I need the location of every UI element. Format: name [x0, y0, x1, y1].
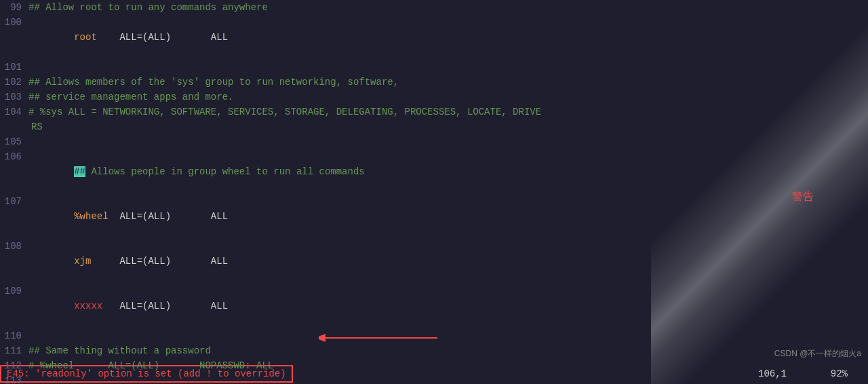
line-105: 105 — [0, 134, 868, 149]
line-102: 102 ## Allows members of the 'sys' group… — [0, 75, 868, 90]
line-108-rest: ALL=(ALL) ALL — [91, 256, 228, 267]
line-content-104: # %sys ALL = NETWORKING, SOFTWARE, SERVI… — [28, 104, 868, 119]
editor: 99 ## Allow root to run any commands any… — [0, 0, 868, 384]
line-107-rest: ALL=(ALL) ALL — [108, 211, 228, 222]
line-100-root: root — [74, 32, 97, 43]
warning-annotation: 警告 — [792, 190, 814, 204]
line-106: 106 ## Allows people in group wheel to r… — [0, 149, 868, 194]
line-content-107: %wheel ALL=(ALL) ALL — [28, 194, 868, 239]
line-number-99: 99 — [0, 0, 28, 15]
line-number-105: 105 — [0, 134, 28, 149]
line-108: 108 xjm ALL=(ALL) ALL — [0, 239, 868, 284]
line-108-xjm: xjm — [74, 256, 91, 267]
line-99: 99 ## Allow root to run any commands any… — [0, 0, 868, 15]
line-number-102: 102 — [0, 75, 28, 90]
line-number-112: 112 — [0, 358, 28, 373]
line-number-103: 103 — [0, 90, 28, 104]
line-number-113: 113 — [0, 373, 28, 384]
line-content-105 — [28, 134, 868, 149]
line-109-xxxxx: xxxxx — [74, 301, 102, 311]
line-number-106: 106 — [0, 149, 28, 164]
line-109-rest: ALL=(ALL) ALL — [102, 301, 228, 311]
line-content-109: xxxxx ALL=(ALL) ALL — [28, 284, 868, 328]
line-content-111: ## Same thing without a password — [28, 343, 868, 358]
arrow-icon — [319, 330, 441, 349]
line-content-99: ## Allow root to run any commands anywhe… — [28, 0, 868, 15]
line-113: 113 — [0, 373, 868, 384]
line-number-108: 108 — [0, 239, 28, 254]
line-106-hash: ## — [74, 166, 85, 177]
line-number-100: 100 — [0, 15, 28, 30]
warning-text: 警告 — [792, 191, 814, 202]
line-100-rest: ALL=(ALL) ALL — [97, 32, 228, 43]
line-109: 109 xxxxx ALL=(ALL) ALL — [0, 284, 868, 328]
line-100: 100 root ALL=(ALL) ALL — [0, 15, 868, 60]
code-area: 99 ## Allow root to run any commands any… — [0, 0, 868, 384]
line-number-109: 109 — [0, 284, 28, 299]
line-number-111: 111 — [0, 343, 28, 358]
line-content-113 — [28, 373, 868, 384]
line-content-106: ## Allows people in group wheel to run a… — [28, 149, 868, 194]
line-number-104-wrap: 104 — [0, 119, 28, 134]
line-107: 107 %wheel ALL=(ALL) ALL — [0, 194, 868, 239]
line-104: 104 # %sys ALL = NETWORKING, SOFTWARE, S… — [0, 104, 868, 119]
line-107-wheel: %wheel — [74, 211, 108, 222]
line-content-112: # %wheel ALL=(ALL) NOPASSWD: ALL — [28, 358, 868, 373]
line-106-rest: Allows people in group wheel to run all … — [85, 166, 365, 177]
line-number-104: 104 — [0, 104, 28, 119]
line-number-110: 110 — [0, 328, 28, 343]
line-content-102: ## Allows members of the 'sys' group to … — [28, 75, 868, 90]
line-112: 112 # %wheel ALL=(ALL) NOPASSWD: ALL — [0, 358, 868, 373]
line-104-wrap: 104 RS — [0, 119, 868, 134]
line-content-101 — [28, 60, 868, 75]
line-content-103: ## service management apps and more. — [28, 90, 868, 104]
line-number-101: 101 — [0, 60, 28, 75]
line-101: 101 — [0, 60, 868, 75]
line-content-110 — [28, 328, 868, 343]
line-number-107: 107 — [0, 194, 28, 209]
line-103: 103 ## service management apps and more. — [0, 90, 868, 104]
line-content-100: root ALL=(ALL) ALL — [28, 15, 868, 60]
line-content-104-wrap: RS — [28, 119, 868, 134]
line-content-108: xjm ALL=(ALL) ALL — [28, 239, 868, 284]
